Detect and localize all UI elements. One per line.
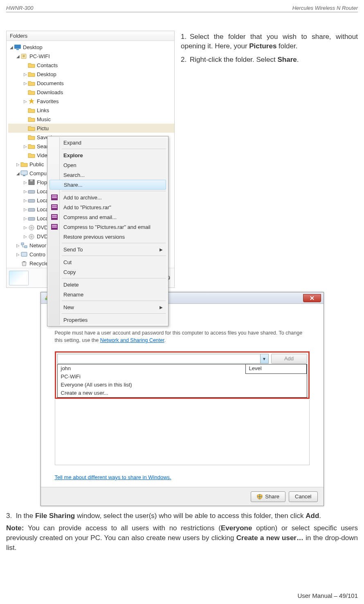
ctx-properties[interactable]: Properties [49, 315, 167, 325]
instruction-1: 1.Select the folder that you wish to sha… [181, 32, 358, 51]
ctx-cut[interactable]: Cut [49, 257, 167, 267]
svg-rect-7 [30, 180, 33, 181]
tree-downloads[interactable]: Downloads [8, 88, 174, 97]
ctx-copy[interactable]: Copy [49, 267, 167, 277]
user-dropdown-list: Level john PC-WiFi Everyone (All users i… [57, 364, 307, 398]
tree-label: Pictu [37, 125, 49, 131]
ctx-rename[interactable]: Rename [49, 290, 167, 299]
svg-rect-21 [52, 195, 57, 197]
tree-label: Contacts [37, 62, 58, 68]
svg-rect-9 [28, 199, 35, 202]
tree-label: Recycle [29, 260, 48, 267]
submenu-arrow-icon: ▶ [160, 305, 163, 310]
tree-label: Desktop [23, 44, 43, 50]
svg-rect-4 [21, 171, 27, 175]
tree-desktop[interactable]: ◢Desktop [8, 43, 174, 52]
svg-rect-25 [52, 207, 57, 208]
rar-icon [51, 214, 58, 220]
tree-label: Music [37, 116, 51, 122]
ctx-add-pictures-rar[interactable]: Add to "Pictures.rar" [49, 202, 167, 212]
svg-rect-5 [23, 175, 25, 176]
tree-documents[interactable]: ▷Documents [8, 79, 174, 88]
ctx-explore[interactable]: Explore [49, 150, 167, 160]
close-button[interactable] [303, 294, 321, 302]
tree-label: PC-WIFI [29, 53, 50, 59]
ctx-new[interactable]: New▶ [49, 302, 167, 312]
ctx-open[interactable]: Open [49, 160, 167, 170]
svg-rect-18 [21, 252, 27, 256]
svg-point-3 [22, 55, 25, 57]
ctx-add-archive[interactable]: Add to archive... [49, 192, 167, 202]
tree-label: Documents [37, 80, 64, 86]
rar-icon [51, 204, 58, 210]
page-header: HWNR-300 Hercules Wireless N Router [6, 5, 358, 12]
dropdown-button[interactable]: ▼ [260, 354, 268, 363]
header-right: Hercules Wireless N Router [292, 5, 358, 11]
instructions: 1.Select the folder that you wish to sha… [181, 31, 358, 288]
tree-pictures[interactable]: Pictu [8, 124, 174, 133]
instruction-2: 2.Right-click the folder. Select Share. [181, 55, 358, 65]
svg-rect-11 [28, 217, 35, 220]
svg-rect-16 [21, 243, 24, 245]
instruction-3: 3. In the File Sharing window, select th… [6, 511, 358, 521]
ctx-sendto[interactable]: Send To▶ [49, 244, 167, 254]
folders-header: Folders [7, 31, 174, 41]
tree-desktop2[interactable]: ▷Desktop [8, 70, 174, 79]
svg-rect-0 [14, 45, 21, 49]
svg-rect-28 [52, 217, 57, 218]
tree-label: Favorites [37, 98, 58, 104]
svg-rect-17 [25, 246, 27, 248]
tree-label: Compu [29, 170, 47, 176]
cancel-button[interactable]: Cancel [289, 491, 317, 502]
submenu-arrow-icon: ▶ [160, 247, 163, 252]
ctx-search[interactable]: Search... [49, 170, 167, 180]
tree-label: Desktop [37, 71, 56, 77]
tree-contacts[interactable]: Contacts [8, 61, 174, 70]
svg-rect-22 [52, 197, 57, 198]
context-menu: Expand Explore Open Search... Share... A… [47, 136, 169, 326]
tree-music[interactable]: Music [8, 115, 174, 124]
ctx-share[interactable]: Share... [49, 180, 166, 190]
user-combobox[interactable]: ▼ [57, 354, 269, 364]
share-button[interactable]: Share [251, 491, 285, 502]
share-list [55, 400, 310, 465]
ctx-compress-email[interactable]: Compress and email... [49, 212, 167, 222]
ctx-expand[interactable]: Expand [49, 138, 167, 147]
header-left: HWNR-300 [6, 5, 33, 11]
svg-point-13 [31, 227, 32, 228]
dialog-footer: Share Cancel [41, 487, 324, 506]
dialog-description: People must have a user account and pass… [55, 329, 310, 344]
tree-label: Downloads [37, 89, 63, 95]
option-everyone[interactable]: Everyone (All users in this list) [58, 381, 307, 389]
option-create-new[interactable]: Create a new user... [58, 389, 307, 397]
rar-icon [51, 194, 58, 201]
add-button[interactable]: Add [271, 354, 307, 364]
tree-label: Links [37, 107, 49, 113]
option-pcwifi[interactable]: PC-WiFi [58, 373, 307, 381]
svg-rect-30 [52, 225, 57, 226]
svg-rect-19 [23, 261, 25, 262]
tree-links[interactable]: Links [8, 106, 174, 115]
note-text: Note: You can provide access to all user… [6, 523, 358, 552]
help-link[interactable]: Tell me about different ways to share in… [55, 474, 171, 480]
svg-rect-8 [28, 190, 35, 193]
page-footer: User Manual – 49/101 [297, 592, 358, 599]
highlight-box: ▼ Add Level john PC-WiFi Everyone (All u… [55, 351, 310, 399]
svg-rect-10 [28, 208, 35, 211]
ctx-compress-pictures-email[interactable]: Compress to "Pictures.rar" and email [49, 222, 167, 232]
tree-label: Networ [29, 242, 46, 249]
svg-rect-27 [52, 215, 57, 216]
ctx-delete[interactable]: Delete [49, 280, 167, 290]
network-sharing-link[interactable]: Network and Sharing Center [100, 337, 164, 343]
ctx-restore[interactable]: Restore previous versions [49, 232, 167, 242]
tree-favorites[interactable]: ▷Favorites [8, 97, 174, 106]
svg-rect-31 [52, 226, 57, 228]
tree-label: Contro [29, 251, 45, 258]
preview-thumb [9, 271, 29, 285]
svg-point-15 [31, 236, 32, 238]
shield-icon [257, 494, 263, 500]
tree-pcwifi[interactable]: ◢PC-WIFI [8, 52, 174, 61]
svg-rect-1 [16, 49, 19, 50]
rar-icon [51, 224, 58, 230]
bottom-text: 3. In the File Sharing window, select th… [6, 511, 358, 552]
